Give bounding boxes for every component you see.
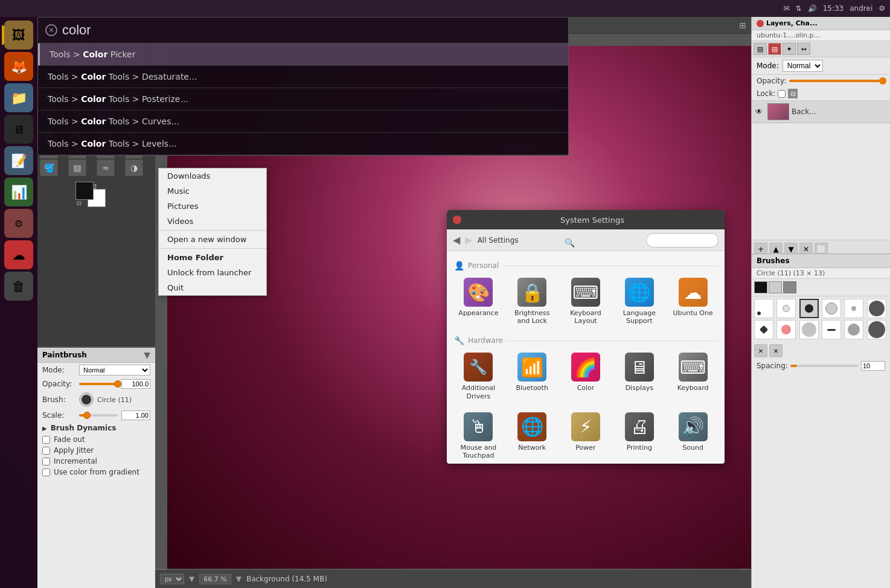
swap-colors-icon[interactable]: ↕ [92, 183, 98, 191]
tool-bucket-fill[interactable]: 🪣 [40, 159, 58, 176]
settings-ubuntu-one[interactable]: ☁ Ubuntu One [668, 274, 717, 328]
tool-blend[interactable]: ▤ [68, 159, 86, 176]
reset-colors-icon[interactable]: ⊟ [77, 200, 82, 206]
launcher-gimp[interactable]: 🖼 [4, 21, 33, 50]
scale-input[interactable] [121, 411, 150, 420]
lock-pixels-checkbox[interactable] [778, 90, 786, 98]
settings-displays[interactable]: 🖥 Displays [615, 349, 664, 403]
settings-network[interactable]: 🌐 Network [508, 409, 557, 463]
lock-alpha-btn[interactable]: ⊟ [788, 89, 798, 98]
brushes-close2-btn[interactable]: ✕ [769, 344, 783, 357]
layers-mode-select[interactable]: Normal [783, 60, 823, 72]
brushes-bg-color[interactable] [769, 281, 782, 293]
layer-item[interactable]: 👁 Back... [752, 101, 890, 123]
layers-icon-1[interactable]: ▤ [754, 43, 767, 55]
apply-jitter-checkbox[interactable] [42, 447, 50, 455]
brush-swatch-2[interactable] [776, 299, 796, 318]
mail-icon[interactable]: ✉ [784, 4, 790, 13]
layers-icon-3[interactable]: ✦ [783, 43, 796, 55]
volume-icon[interactable]: 🔊 [808, 4, 817, 13]
brush-swatch-5[interactable] [844, 299, 863, 318]
brush-swatch-11[interactable] [844, 320, 863, 339]
tool-options-menu-icon[interactable]: ▼ [144, 350, 150, 360]
layers-close-btn[interactable] [757, 20, 764, 27]
search-result-color-picker[interactable]: Tools > Color Picker [38, 43, 568, 66]
fade-out-checkbox[interactable] [42, 436, 50, 444]
context-menu-home-folder[interactable]: Home Folder [159, 250, 266, 265]
user-indicator[interactable]: andrei [850, 4, 872, 13]
launcher-settings2[interactable]: ⚙ [4, 209, 33, 238]
launcher-trash[interactable]: 🗑 [4, 272, 33, 301]
brush-swatch-7[interactable] [754, 320, 773, 339]
settings-back-btn[interactable]: ◀ [453, 234, 460, 246]
search-result-curves[interactable]: Tools > Color Tools > Curves... [38, 110, 568, 133]
settings-mouse-touchpad[interactable]: 🖱 Mouse and Touchpad [454, 409, 503, 463]
context-menu-pictures[interactable]: Pictures [159, 199, 266, 214]
scale-slider[interactable] [79, 414, 118, 417]
notification-icon[interactable]: ⇅ [796, 4, 802, 13]
opacity-input[interactable] [121, 379, 150, 389]
settings-color[interactable]: 🌈 Color [562, 349, 610, 403]
layers-icon-4[interactable]: ↔ [797, 43, 810, 55]
search-result-desaturate[interactable]: Tools > Color Tools > Desaturate... [38, 66, 568, 88]
layers-opacity-slider[interactable] [789, 80, 885, 82]
brush-swatch-12[interactable] [867, 320, 886, 339]
layers-icon-2[interactable]: ▤ [768, 43, 781, 55]
context-menu-downloads[interactable]: Downloads [159, 168, 266, 184]
layer-visibility-icon[interactable]: 👁 [755, 107, 765, 117]
brush-swatch-3[interactable] [799, 299, 819, 318]
settings-keyboard-layout[interactable]: ⌨ Keyboard Layout [562, 274, 610, 328]
brush-dynamics-row[interactable]: ▶ Brush Dynamics [37, 422, 155, 434]
canvas-expand-icon[interactable]: ⊞ [739, 21, 746, 30]
brush-swatch-4[interactable] [822, 299, 841, 318]
launcher-files[interactable]: 📁 [4, 83, 33, 112]
brush-swatch-8[interactable] [776, 320, 796, 339]
settings-brightness-lock[interactable]: 🔒 Brightness and Lock [508, 274, 557, 328]
settings-appearance[interactable]: 🎨 Appearance [454, 274, 503, 328]
search-result-posterize[interactable]: Tools > Color Tools > Posterize... [38, 88, 568, 110]
settings-additional-drivers[interactable]: 🔧 Additional Drivers [454, 349, 503, 403]
incremental-checkbox[interactable] [42, 458, 50, 465]
brush-preview[interactable] [79, 392, 94, 407]
launcher-terminal[interactable]: 🖥 [4, 115, 33, 144]
settings-all-link[interactable]: All Settings [478, 236, 519, 244]
mode-select[interactable]: Normal [79, 365, 150, 375]
settings-keyboard[interactable]: ⌨ Keyboard [668, 349, 717, 403]
launcher-firefox[interactable]: 🦊 [4, 52, 33, 81]
context-menu-open-new-window[interactable]: Open a new window [159, 232, 266, 247]
brushes-fg-color[interactable] [754, 281, 767, 293]
context-menu-music[interactable]: Music [159, 184, 266, 199]
launcher-spreadsheet[interactable]: 📊 [4, 177, 33, 206]
launcher-texteditor[interactable]: 📝 [4, 146, 33, 175]
search-input[interactable] [62, 22, 561, 38]
search-result-levels[interactable]: Tools > Color Tools > Levels... [38, 133, 568, 155]
tool-convolve[interactable]: ≈ [97, 159, 115, 176]
opacity-slider[interactable] [79, 383, 118, 385]
use-color-gradient-checkbox[interactable] [42, 468, 50, 476]
settings-language-support[interactable]: 🌐 Language Support [615, 274, 664, 328]
settings-search-input[interactable] [646, 233, 719, 248]
spacing-input[interactable] [861, 361, 885, 371]
launcher-ubuntuone[interactable]: ☁ [4, 240, 33, 269]
brush-swatch-1[interactable] [754, 299, 773, 318]
context-menu-videos[interactable]: Videos [159, 214, 266, 229]
settings-close-btn[interactable] [453, 216, 461, 224]
settings-forward-btn[interactable]: ▶ [465, 234, 472, 246]
brushes-delete-btn[interactable]: ✕ [754, 344, 767, 357]
foreground-color-swatch[interactable] [75, 182, 94, 200]
brush-swatch-9[interactable] [799, 320, 819, 339]
spacing-slider[interactable] [790, 365, 859, 367]
settings-printing[interactable]: 🖨 Printing [615, 409, 664, 463]
settings-bluetooth[interactable]: 📶 Bluetooth [508, 349, 557, 403]
settings-sound[interactable]: 🔊 Sound [668, 409, 717, 463]
system-settings-icon[interactable]: ⚙ [879, 4, 885, 13]
settings-power[interactable]: ⚡ Power [562, 409, 610, 463]
brushes-mid-color[interactable] [783, 281, 796, 293]
tool-desaturate[interactable]: ◑ [125, 159, 143, 176]
brush-swatch-10[interactable] [822, 320, 841, 339]
unit-select[interactable]: px [160, 574, 184, 584]
brush-swatch-6[interactable] [867, 299, 886, 318]
context-menu-unlock-launcher[interactable]: Unlock from launcher [159, 265, 266, 280]
search-clear-button[interactable]: ✕ [45, 24, 57, 36]
context-menu-quit[interactable]: Quit [159, 280, 266, 295]
